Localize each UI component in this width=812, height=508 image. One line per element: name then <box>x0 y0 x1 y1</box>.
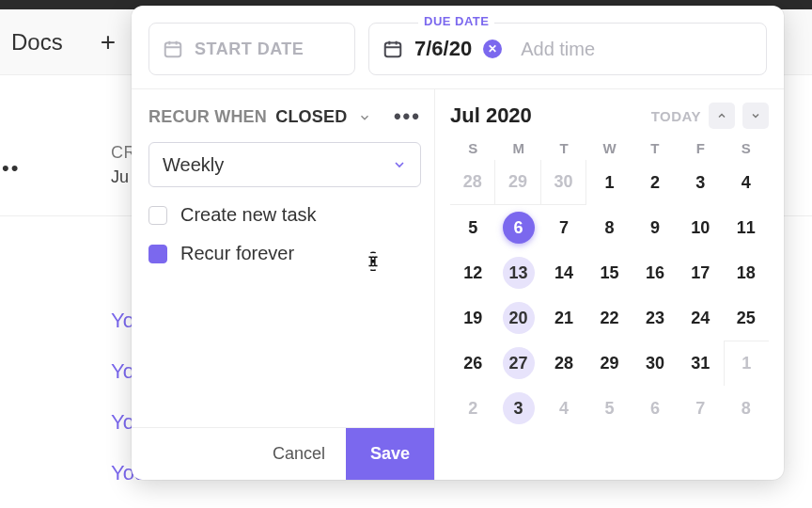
chevron-down-icon <box>392 157 407 172</box>
row-actions-icon[interactable]: •• <box>2 156 20 181</box>
calendar-dow: F <box>678 140 723 156</box>
start-date-placeholder: START DATE <box>195 40 304 59</box>
calendar-day[interactable]: 24 <box>678 295 723 341</box>
calendar-month-title: Jul 2020 <box>450 103 532 128</box>
calendar-grid: 2829301234567891011121314151617181920212… <box>450 160 769 431</box>
calendar-day[interactable]: 26 <box>450 341 495 386</box>
recur-state: CLOSED <box>275 107 347 126</box>
calendar-day[interactable]: 1 <box>724 341 769 386</box>
calendar-day[interactable]: 9 <box>632 205 678 250</box>
calendar-day[interactable]: 3 <box>495 386 540 431</box>
svg-rect-0 <box>165 43 181 57</box>
calendar-day[interactable]: 30 <box>541 160 586 205</box>
calendar-day[interactable]: 6 <box>632 386 678 431</box>
prev-month-button[interactable] <box>709 103 735 129</box>
docs-tab[interactable]: Docs <box>11 29 63 56</box>
recur-forever-checkbox[interactable]: Recur forever <box>148 243 421 264</box>
calendar-day[interactable]: 22 <box>586 295 632 341</box>
calendar-day[interactable]: 29 <box>586 341 632 386</box>
start-date-input[interactable]: START DATE <box>148 23 355 75</box>
calendar-dow: T <box>632 140 678 156</box>
recur-label: RECUR WHEN <box>148 107 267 126</box>
checkbox-icon <box>148 245 167 263</box>
calendar-day[interactable]: 4 <box>541 386 586 431</box>
calendar-day[interactable]: 13 <box>495 250 540 295</box>
calendar-dow: S <box>450 140 495 156</box>
calendar-dow: M <box>495 140 540 156</box>
calendar-day[interactable]: 6 <box>495 205 540 250</box>
calendar-dow: S <box>724 140 769 156</box>
checkbox-label: Create new task <box>180 204 317 226</box>
calendar-day[interactable]: 23 <box>632 295 678 341</box>
due-date-input[interactable]: DUE DATE 7/6/20 ✕ Add time <box>368 23 767 75</box>
calendar-day[interactable]: 27 <box>495 341 540 386</box>
chevron-down-icon <box>358 111 371 124</box>
calendar-day[interactable]: 2 <box>450 386 495 431</box>
checkbox-label: Recur forever <box>180 243 294 264</box>
calendar-day[interactable]: 11 <box>724 205 769 250</box>
calendar-day[interactable]: 30 <box>632 341 678 386</box>
calendar-day[interactable]: 4 <box>724 160 769 205</box>
clear-due-date-button[interactable]: ✕ <box>483 40 502 58</box>
calendar-day[interactable]: 5 <box>586 386 632 431</box>
due-date-label: DUE DATE <box>418 14 494 28</box>
date-recurrence-modal: START DATE DUE DATE 7/6/20 ✕ Add time RE… <box>132 6 784 480</box>
calendar-day[interactable]: 15 <box>586 250 632 295</box>
calendar-pane: Jul 2020 TODAY SMTWTFS 28293012345678910… <box>434 88 784 480</box>
calendar-day[interactable]: 12 <box>450 250 495 295</box>
calendar-day[interactable]: 18 <box>724 250 769 295</box>
calendar-day[interactable]: 7 <box>678 386 723 431</box>
calendar-day[interactable]: 14 <box>541 250 586 295</box>
calendar-day[interactable]: 25 <box>724 295 769 341</box>
calendar-day[interactable]: 16 <box>632 250 678 295</box>
calendar-day[interactable]: 8 <box>586 205 632 250</box>
more-options-icon[interactable]: ••• <box>394 104 421 129</box>
recurrence-pane: RECUR WHEN CLOSED ••• Weekly Create new … <box>132 88 434 480</box>
calendar-dow: T <box>541 140 586 156</box>
chevron-down-icon <box>750 110 761 121</box>
add-icon[interactable]: + <box>101 27 116 57</box>
calendar-icon <box>383 39 403 59</box>
calendar-day[interactable]: 5 <box>450 205 495 250</box>
chevron-up-icon <box>716 110 727 121</box>
checkbox-icon <box>148 206 167 225</box>
calendar-day[interactable]: 17 <box>678 250 723 295</box>
calendar-day[interactable]: 21 <box>541 295 586 341</box>
calendar-day[interactable]: 28 <box>450 160 495 205</box>
today-button[interactable]: TODAY <box>651 108 701 124</box>
frequency-select[interactable]: Weekly <box>148 142 421 187</box>
background-label-ju: Ju <box>111 167 129 187</box>
calendar-day[interactable]: 28 <box>541 341 586 386</box>
calendar-day[interactable]: 31 <box>678 341 723 386</box>
calendar-day[interactable]: 3 <box>678 160 723 205</box>
calendar-day[interactable]: 19 <box>450 295 495 341</box>
create-new-task-checkbox[interactable]: Create new task <box>148 204 421 226</box>
recur-trigger[interactable]: RECUR WHEN CLOSED <box>148 107 371 127</box>
calendar-dow-row: SMTWTFS <box>450 140 769 156</box>
calendar-day[interactable]: 29 <box>495 160 540 205</box>
calendar-day[interactable]: 10 <box>678 205 723 250</box>
calendar-day[interactable]: 7 <box>541 205 586 250</box>
calendar-day[interactable]: 20 <box>495 295 540 341</box>
add-time-button[interactable]: Add time <box>521 39 595 60</box>
due-date-value: 7/6/20 <box>414 37 472 61</box>
next-month-button[interactable] <box>742 103 769 129</box>
cancel-button[interactable]: Cancel <box>252 428 346 480</box>
calendar-dow: W <box>586 140 632 156</box>
calendar-day[interactable]: 1 <box>586 160 632 205</box>
svg-rect-1 <box>385 43 401 57</box>
calendar-day[interactable]: 8 <box>724 386 769 431</box>
frequency-value: Weekly <box>163 154 224 176</box>
calendar-day[interactable]: 2 <box>632 160 678 205</box>
modal-footer: Cancel Save <box>132 427 434 480</box>
calendar-icon <box>163 39 183 59</box>
save-button[interactable]: Save <box>346 428 434 480</box>
